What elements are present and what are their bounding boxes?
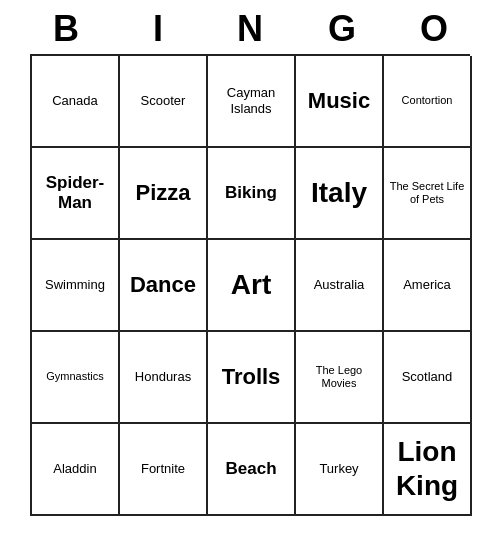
cell-text-r0-c2: Cayman Islands	[212, 85, 290, 116]
cell-text-r4-c1: Fortnite	[141, 461, 185, 477]
bingo-letter-N: N	[206, 8, 294, 50]
cell-text-r1-c4: The Secret Life of Pets	[388, 180, 466, 206]
cell-r0-c0: Canada	[32, 56, 120, 148]
cell-text-r3-c4: Scotland	[402, 369, 453, 385]
cell-text-r1-c3: Italy	[311, 176, 367, 210]
cell-text-r2-c1: Dance	[130, 272, 196, 298]
cell-r1-c4: The Secret Life of Pets	[384, 148, 472, 240]
cell-text-r1-c0: Spider-Man	[36, 173, 114, 214]
cell-r1-c2: Biking	[208, 148, 296, 240]
cell-r3-c1: Honduras	[120, 332, 208, 424]
cell-r1-c1: Pizza	[120, 148, 208, 240]
cell-r4-c3: Turkey	[296, 424, 384, 516]
cell-text-r4-c0: Aladdin	[53, 461, 96, 477]
cell-text-r1-c2: Biking	[225, 183, 277, 203]
cell-text-r1-c1: Pizza	[135, 180, 190, 206]
cell-text-r3-c3: The Lego Movies	[300, 364, 378, 390]
cell-r3-c3: The Lego Movies	[296, 332, 384, 424]
bingo-letter-B: B	[22, 8, 110, 50]
cell-text-r2-c3: Australia	[314, 277, 365, 293]
cell-r3-c2: Trolls	[208, 332, 296, 424]
cell-text-r0-c3: Music	[308, 88, 370, 114]
bingo-letter-G: G	[298, 8, 386, 50]
cell-text-r2-c0: Swimming	[45, 277, 105, 293]
bingo-letter-O: O	[390, 8, 478, 50]
cell-text-r2-c4: America	[403, 277, 451, 293]
cell-text-r4-c4: Lion King	[388, 435, 466, 502]
cell-text-r4-c3: Turkey	[319, 461, 358, 477]
cell-text-r2-c2: Art	[231, 268, 271, 302]
cell-r4-c2: Beach	[208, 424, 296, 516]
cell-r4-c0: Aladdin	[32, 424, 120, 516]
cell-r2-c0: Swimming	[32, 240, 120, 332]
cell-text-r3-c1: Honduras	[135, 369, 191, 385]
cell-r1-c0: Spider-Man	[32, 148, 120, 240]
cell-r3-c0: Gymnastics	[32, 332, 120, 424]
cell-r0-c4: Contortion	[384, 56, 472, 148]
bingo-letter-I: I	[114, 8, 202, 50]
cell-r0-c3: Music	[296, 56, 384, 148]
cell-r2-c3: Australia	[296, 240, 384, 332]
cell-text-r3-c0: Gymnastics	[46, 370, 103, 383]
cell-r0-c2: Cayman Islands	[208, 56, 296, 148]
cell-r1-c3: Italy	[296, 148, 384, 240]
cell-text-r4-c2: Beach	[225, 459, 276, 479]
cell-r2-c1: Dance	[120, 240, 208, 332]
cell-r0-c1: Scooter	[120, 56, 208, 148]
cell-r4-c4: Lion King	[384, 424, 472, 516]
bingo-grid: CanadaScooterCayman IslandsMusicContorti…	[30, 54, 470, 516]
cell-text-r0-c0: Canada	[52, 93, 98, 109]
cell-text-r3-c2: Trolls	[222, 364, 281, 390]
cell-r2-c4: America	[384, 240, 472, 332]
cell-r3-c4: Scotland	[384, 332, 472, 424]
cell-r4-c1: Fortnite	[120, 424, 208, 516]
bingo-header: BINGO	[20, 0, 480, 54]
cell-text-r0-c1: Scooter	[141, 93, 186, 109]
cell-r2-c2: Art	[208, 240, 296, 332]
cell-text-r0-c4: Contortion	[402, 94, 453, 107]
